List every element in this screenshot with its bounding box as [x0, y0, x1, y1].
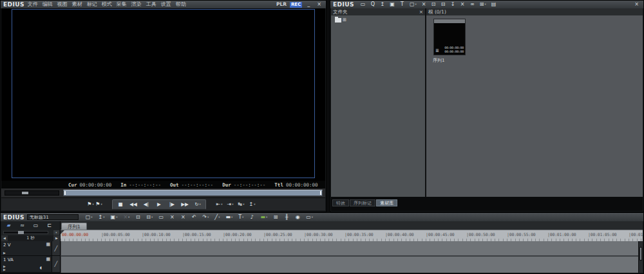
speaker-icon[interactable]: ◖: [40, 265, 42, 269]
menu-item[interactable]: 模式: [102, 1, 112, 8]
sequence-clip-card[interactable]: ≣ 00:00:00:00 00:00:00:00: [433, 19, 466, 55]
sync-lock-icon[interactable]: ▭: [32, 222, 40, 229]
add-clip-icon[interactable]: ▣▾: [389, 1, 395, 8]
trim-mode-icon[interactable]: ╱▾: [214, 214, 220, 221]
menu-item[interactable]: 文件: [28, 1, 38, 8]
scale-prev-button[interactable]: ◀: [1, 235, 8, 241]
menu-item[interactable]: 采集: [117, 1, 127, 8]
show-in-player-icon[interactable]: ▢▾: [409, 1, 417, 8]
minimize-button[interactable]: _: [305, 1, 312, 8]
dropdown-caret-icon[interactable]: ▾: [91, 215, 92, 219]
copy-icon[interactable]: ⊡▾: [135, 214, 141, 221]
vertical-scrollbar[interactable]: [638, 241, 643, 273]
folder-tree-root[interactable]: ⊞: [331, 15, 425, 23]
dropdown-caret-icon[interactable]: ▾: [243, 203, 244, 206]
project-name-box[interactable]: 无标题31: [27, 214, 79, 220]
add-transition-icon[interactable]: ▬▾: [225, 214, 233, 221]
export-icon[interactable]: ▬▾: [260, 214, 268, 221]
toggle-palette-icon[interactable]: ⊞▾: [272, 214, 279, 221]
menu-item[interactable]: 视图: [57, 1, 68, 8]
dropdown-caret-icon[interactable]: ▾: [218, 215, 220, 219]
menu-item[interactable]: 渲染: [131, 1, 142, 8]
menu-item[interactable]: 工具: [146, 1, 156, 8]
next-frame-button[interactable]: |▶▾: [166, 200, 178, 209]
dropdown-caret-icon[interactable]: ▾: [484, 1, 486, 8]
link-icon[interactable]: ∞▾: [469, 1, 475, 8]
clip-name-label[interactable]: 序列1: [433, 57, 444, 64]
player-mode-label[interactable]: PLR: [276, 1, 287, 8]
add-cut-point-button[interactable]: ↹▾: [236, 200, 247, 209]
dropdown-caret-icon[interactable]: ▾: [92, 203, 93, 206]
delete-icon[interactable]: ×▾: [460, 1, 466, 8]
shuttle-handle[interactable]: [22, 192, 28, 194]
new-folder-icon[interactable]: ▭▾: [360, 1, 366, 8]
close-button[interactable]: ×: [315, 1, 323, 8]
properties-icon[interactable]: ▤▾: [491, 1, 497, 8]
play-button[interactable]: ▶▾: [153, 200, 166, 209]
record-icon[interactable]: ◉▾: [294, 214, 301, 221]
playhead-icon[interactable]: [61, 230, 64, 234]
cut-icon[interactable]: ×▾: [122, 214, 130, 221]
redo-icon[interactable]: ↷▾: [202, 214, 209, 221]
scale-value[interactable]: 1 秒: [8, 235, 53, 241]
ripple-mode-icon[interactable]: ≈: [18, 222, 26, 229]
bin-tab[interactable]: 素材库: [376, 199, 397, 206]
dropdown-caret-icon[interactable]: ▾: [200, 203, 201, 206]
bin-tab[interactable]: 特效: [332, 199, 349, 206]
insert-overwrite-mode-icon[interactable]: ▰: [5, 222, 13, 229]
set-out-point-button[interactable]: ⚑▾: [95, 200, 103, 209]
goto-in-point-button[interactable]: ⇤▾: [214, 200, 225, 209]
view-mode-icon[interactable]: ⊞▾: [479, 1, 487, 8]
recorder-mode-badge[interactable]: REC: [290, 2, 302, 8]
video-track-icon[interactable]: ▦: [46, 257, 50, 262]
bin-tab[interactable]: 序列标记: [350, 199, 375, 206]
create-title-icon[interactable]: T▾: [238, 214, 244, 221]
paste-icon[interactable]: ⊟▾: [440, 1, 446, 8]
video-track-icon[interactable]: ▦: [46, 242, 50, 247]
stop-button[interactable]: ■▾: [114, 200, 127, 209]
loop-playback-button[interactable]: ↻▾: [191, 200, 204, 209]
sequence-tab[interactable]: 序列1: [61, 223, 87, 230]
dropdown-caret-icon[interactable]: ▾: [221, 203, 222, 206]
track-patch-area[interactable]: ╱: [52, 241, 60, 255]
scale-next-button[interactable]: ▶: [53, 235, 60, 241]
menu-item[interactable]: 编辑: [43, 1, 53, 8]
dropdown-caret-icon[interactable]: ▾: [103, 215, 104, 219]
pin-icon[interactable]: ↧▾: [450, 1, 456, 8]
snap-mode-icon[interactable]: ⊏: [45, 222, 53, 229]
menu-item[interactable]: 帮助: [176, 1, 186, 8]
import-icon[interactable]: ↥▾: [98, 214, 106, 221]
track-header-2v[interactable]: 2 V ▦ ▶ ╱: [1, 241, 60, 256]
dropdown-caret-icon[interactable]: ▾: [312, 215, 313, 219]
dropdown-caret-icon[interactable]: ▾: [151, 215, 153, 219]
dropdown-caret-icon[interactable]: ▾: [254, 203, 255, 206]
dropdown-caret-icon[interactable]: ▾: [242, 215, 243, 219]
audio-mixer-icon[interactable]: ╫▾: [283, 214, 290, 221]
previous-frame-button[interactable]: ◀|▾: [140, 200, 153, 209]
zoom-menu-button[interactable]: ▾: [53, 230, 59, 235]
menu-item[interactable]: 设置: [161, 1, 171, 8]
position-slider[interactable]: [63, 190, 323, 196]
dropdown-caret-icon[interactable]: ▾: [266, 215, 267, 219]
ripple-delete-icon[interactable]: ×▾: [169, 214, 175, 221]
new-sequence-icon[interactable]: ▢▾: [85, 214, 93, 221]
fast-forward-button[interactable]: ▶▶▾: [178, 200, 191, 209]
dropdown-caret-icon[interactable]: ▾: [100, 203, 102, 206]
paste-icon[interactable]: ⊟▾: [146, 214, 153, 221]
video-track-lane[interactable]: [61, 241, 643, 255]
set-in-point-button[interactable]: ⚑▾: [86, 200, 95, 209]
track-patch-area[interactable]: ╱: [52, 256, 60, 272]
zoom-slider-handle[interactable]: [18, 231, 24, 234]
menu-item[interactable]: 标记: [87, 1, 97, 8]
track-expand-icon[interactable]: ▶: [3, 251, 6, 255]
voice-over-icon[interactable]: ♪▾: [249, 214, 255, 221]
copy-icon[interactable]: ⊡▾: [431, 1, 437, 8]
cut-icon[interactable]: ×▾: [421, 1, 427, 8]
goto-out-point-button[interactable]: ⇥▾: [225, 200, 236, 209]
up-folder-icon[interactable]: ↥▾: [379, 1, 385, 8]
folder-panel-close-button[interactable]: ×: [419, 9, 423, 15]
timeline-ruler[interactable]: 00:00:00:00 |00:00:05:00|00:00:10:00|00:…: [61, 230, 643, 241]
zoom-slider[interactable]: [3, 231, 48, 234]
menu-item[interactable]: 素材: [72, 1, 82, 8]
shuttle-control[interactable]: [5, 190, 59, 196]
